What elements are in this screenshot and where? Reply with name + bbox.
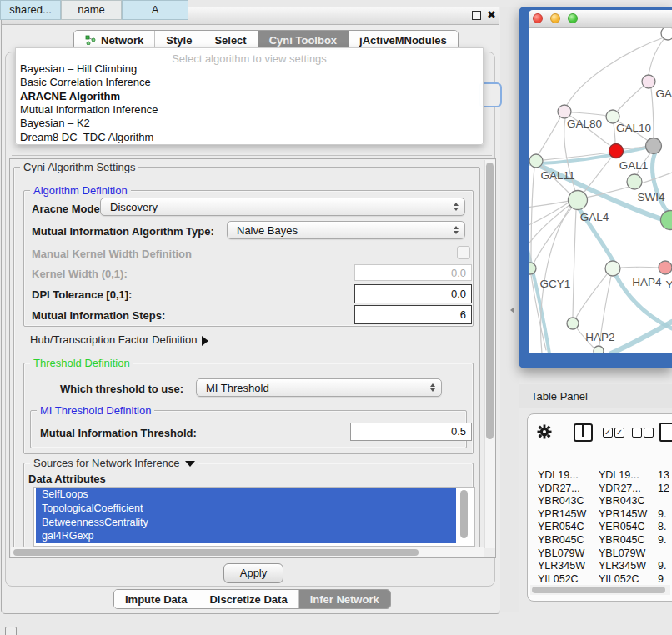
data-attribute-item[interactable]: SelfLoops bbox=[36, 488, 456, 502]
minimize-window-icon[interactable] bbox=[550, 13, 560, 23]
tab-jactivemnodules[interactable]: jActiveMNodules bbox=[349, 31, 458, 49]
tab-impute-data[interactable]: Impute Data bbox=[114, 590, 198, 608]
network-edge[interactable] bbox=[649, 38, 664, 75]
network-node-gal4[interactable] bbox=[569, 191, 588, 210]
network-edge[interactable] bbox=[618, 86, 644, 111]
tab-infer-network[interactable]: Infer Network bbox=[299, 590, 390, 608]
algorithm-option[interactable]: Mutual Information Inference bbox=[20, 103, 158, 117]
settings-vertical-scrollbar-thumb[interactable] bbox=[486, 162, 494, 439]
network-edge[interactable] bbox=[576, 274, 607, 318]
network-node-y[interactable] bbox=[659, 261, 672, 274]
column-header[interactable]: name bbox=[61, 0, 122, 20]
network-canvas[interactable]: GALGAL80GAL10GAL1GAL11SWI4GAL4GCY1HAP4YH… bbox=[529, 28, 672, 353]
show-columns-icon[interactable] bbox=[574, 423, 593, 442]
table-row[interactable]: YBR043CYBR043C bbox=[533, 495, 672, 508]
data-attributes-list[interactable]: SelfLoopsTopologicalCoefficientBetweenne… bbox=[33, 487, 475, 547]
float-panel-icon[interactable] bbox=[472, 11, 481, 20]
sources-group-title: Sources for Network Inference bbox=[30, 457, 198, 469]
data-attribute-item[interactable]: BetweennessCentrality bbox=[36, 516, 456, 530]
table-row[interactable]: YDL19...YDL19...13 bbox=[533, 469, 672, 482]
network-edge-thick[interactable] bbox=[611, 322, 672, 353]
close-panel-icon[interactable]: ✖ bbox=[487, 8, 496, 21]
tab-select[interactable]: Select bbox=[203, 31, 258, 49]
table-horizontal-scrollbar-thumb[interactable] bbox=[532, 587, 665, 593]
algorithm-option[interactable]: Dream8 DC_TDC Algorithm bbox=[20, 131, 153, 144]
network-edge[interactable] bbox=[573, 210, 576, 317]
network-node[interactable] bbox=[661, 28, 672, 40]
table-row[interactable]: YDR27...YDR27...12 bbox=[533, 482, 672, 496]
table-row[interactable]: YBR045CYBR045C9. bbox=[533, 534, 672, 548]
close-window-icon[interactable] bbox=[533, 13, 543, 23]
network-node-hap2[interactable] bbox=[567, 318, 579, 329]
table-row[interactable]: YER054CYER054C8. bbox=[533, 521, 672, 534]
network-node[interactable] bbox=[594, 346, 604, 353]
network-node[interactable] bbox=[646, 138, 662, 154]
tab-discretize-data[interactable]: Discretize Data bbox=[198, 590, 298, 608]
network-node-hap4[interactable] bbox=[605, 261, 620, 276]
network-node[interactable] bbox=[661, 211, 672, 230]
network-edge-thick[interactable] bbox=[529, 240, 549, 353]
table-row[interactable]: YBL079WYBL079W bbox=[533, 548, 672, 561]
which-threshold-label: Which threshold to use: bbox=[60, 382, 183, 395]
export-table-icon[interactable] bbox=[659, 422, 672, 442]
network-edge-thick[interactable] bbox=[653, 152, 669, 214]
tab-cyni-toolbox[interactable]: Cyni Toolbox bbox=[258, 31, 349, 49]
aracne-mode-select[interactable]: Discovery bbox=[100, 198, 465, 216]
table-cell: YIL052C bbox=[538, 573, 579, 585]
column-header[interactable]: shared... bbox=[0, 0, 61, 20]
column-header[interactable]: A bbox=[122, 0, 188, 20]
algorithm-option[interactable]: Bayesian – K2 bbox=[20, 117, 90, 130]
network-edge[interactable] bbox=[620, 267, 659, 268]
algorithm-option[interactable]: Basic Correlation Inference bbox=[20, 76, 151, 89]
which-threshold-select[interactable]: MI Threshold bbox=[196, 378, 442, 397]
collapse-left-icon[interactable] bbox=[510, 307, 514, 313]
network-edge[interactable] bbox=[571, 112, 606, 116]
network-node-gcy1[interactable] bbox=[529, 262, 536, 274]
network-edge[interactable] bbox=[531, 168, 534, 262]
zoom-window-icon[interactable] bbox=[568, 13, 578, 23]
table-cell: YER054C bbox=[599, 521, 645, 532]
table-row[interactable]: YPR145WYPR145W9. bbox=[533, 508, 672, 522]
dpi-tolerance-field[interactable]: 0.0 bbox=[354, 284, 472, 303]
network-edge[interactable] bbox=[614, 123, 615, 143]
mi-type-value: Naive Bayes bbox=[228, 224, 448, 237]
apply-button[interactable]: Apply bbox=[223, 563, 283, 583]
manual-kernel-checkbox[interactable] bbox=[457, 246, 470, 259]
network-node-swi4[interactable] bbox=[627, 174, 642, 189]
network-node-gal[interactable] bbox=[642, 75, 655, 88]
attributes-list-scrollbar[interactable] bbox=[460, 490, 468, 538]
docked-panel-grip-icon[interactable] bbox=[5, 627, 17, 635]
gear-icon[interactable] bbox=[537, 424, 552, 439]
network-edge[interactable] bbox=[534, 208, 572, 263]
network-edge[interactable] bbox=[529, 205, 569, 248]
table-row[interactable]: YLR345WYLR345W9. bbox=[533, 560, 672, 573]
aracne-mode-value: Discovery bbox=[101, 201, 448, 213]
algorithm-option[interactable]: Bayesian – Hill Climbing bbox=[20, 62, 137, 76]
tab-style[interactable]: Style bbox=[155, 31, 203, 49]
hub-definition-expander[interactable]: Hub/Transcription Factor Definition bbox=[30, 333, 208, 346]
collapse-down-icon[interactable] bbox=[185, 461, 195, 467]
mi-type-select[interactable]: Naive Bayes bbox=[227, 221, 465, 239]
network-edge[interactable] bbox=[539, 118, 560, 154]
select-all-columns-icon[interactable]: ✓ bbox=[603, 428, 613, 438]
network-edge[interactable] bbox=[651, 88, 654, 138]
network-node-gal11[interactable] bbox=[529, 154, 543, 168]
deselect-all-columns-icon[interactable] bbox=[632, 428, 642, 438]
tab-network[interactable]: Network bbox=[74, 31, 155, 49]
algorithm-option[interactable]: ARACNE Algorithm bbox=[20, 90, 120, 103]
network-edge[interactable] bbox=[567, 37, 666, 105]
data-attribute-item[interactable]: gal4RGexp bbox=[36, 529, 456, 543]
mi-steps-field[interactable]: 6 bbox=[354, 305, 472, 324]
select-all-columns-icon[interactable]: ✓ bbox=[614, 428, 624, 438]
panel-divider[interactable] bbox=[500, 7, 519, 612]
table-cell: 9. bbox=[658, 534, 666, 546]
network-node-gal80[interactable] bbox=[558, 105, 571, 118]
network-edge[interactable] bbox=[584, 157, 612, 192]
mi-threshold-field[interactable]: 0.5 bbox=[350, 422, 472, 441]
settings-horizontal-scrollbar-thumb[interactable] bbox=[13, 549, 419, 556]
network-node-gal1[interactable] bbox=[609, 144, 624, 158]
deselect-all-columns-icon[interactable] bbox=[644, 428, 654, 438]
data-attribute-item[interactable]: TopologicalCoefficient bbox=[36, 502, 456, 516]
kernel-width-field[interactable]: 0.0 bbox=[354, 264, 472, 281]
table-cell: YER054C bbox=[538, 521, 584, 532]
